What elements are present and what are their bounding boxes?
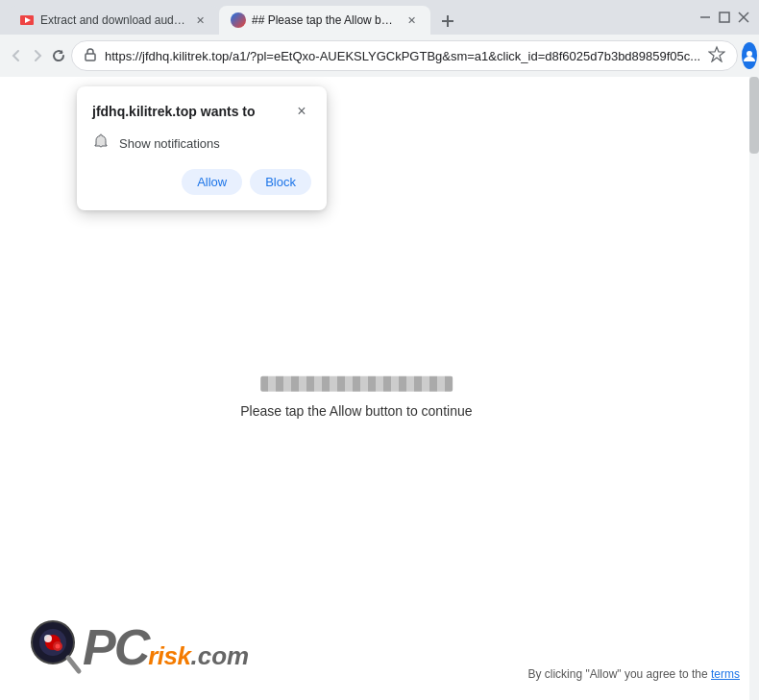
new-tab-button[interactable]: [434, 8, 461, 35]
popup-header: jfdhq.kilitrek.top wants to ×: [92, 102, 311, 121]
page-instruction: Please tap the Allow button to continue: [240, 402, 472, 418]
tab-2-title: ## Please tap the Allow button ...: [252, 13, 398, 27]
footer-terms: By clicking "Allow" you agree to the ter…: [527, 667, 740, 681]
popup-permission-row: Show notifications: [92, 133, 311, 154]
tab-1-close[interactable]: ✕: [192, 12, 208, 28]
progress-bar: [260, 375, 453, 391]
back-button[interactable]: [8, 42, 25, 69]
address-bar[interactable]: https://jfdhq.kilitrek.top/a1/?pl=eEtQxo…: [71, 40, 738, 71]
tab-1-favicon: [19, 12, 35, 28]
popup-permission-text: Show notifications: [119, 136, 220, 151]
lock-icon: [84, 48, 97, 64]
svg-point-19: [44, 635, 52, 642]
svg-marker-10: [709, 47, 724, 61]
browser-window: Extract and download audio an... ✕ ## Pl…: [0, 0, 759, 700]
tab-2-favicon: [231, 12, 246, 28]
footer-terms-text: By clicking "Allow" you agree to the: [527, 667, 707, 681]
forward-button[interactable]: [29, 42, 46, 69]
dot-com-text: .com: [191, 641, 250, 671]
page-content: jfdhq.kilitrek.top wants to × Show notif…: [0, 77, 759, 700]
page-center: Please tap the Allow button to continue: [240, 375, 472, 418]
scrollbar[interactable]: [749, 77, 759, 700]
popup-buttons: Allow Block: [92, 169, 311, 195]
risk-text: risk: [148, 641, 190, 671]
tab-bar: Extract and download audio an... ✕ ## Pl…: [8, 0, 686, 35]
pc-risk-logo-icon: [19, 614, 86, 681]
svg-line-18: [68, 658, 79, 671]
address-bar-row: https://jfdhq.kilitrek.top/a1/?pl=eEtQxo…: [0, 35, 759, 77]
close-button[interactable]: [736, 10, 751, 25]
tab-2[interactable]: ## Please tap the Allow button ... ✕: [219, 6, 430, 35]
block-button[interactable]: Block: [250, 169, 311, 195]
pc-logo-text: PC risk .com: [83, 622, 249, 672]
star-icon[interactable]: [708, 45, 725, 66]
popup-title: jfdhq.kilitrek.top wants to: [92, 104, 256, 119]
svg-point-21: [56, 644, 61, 649]
allow-button[interactable]: Allow: [182, 169, 242, 195]
pc-text: PC: [83, 622, 148, 672]
maximize-button[interactable]: [717, 10, 732, 25]
svg-point-11: [747, 51, 752, 57]
tab-1-title: Extract and download audio an...: [40, 13, 186, 27]
tab-2-close[interactable]: ✕: [404, 12, 419, 28]
scrollbar-thumb[interactable]: [749, 77, 759, 154]
svg-rect-5: [720, 12, 729, 22]
footer-terms-link[interactable]: terms: [711, 667, 740, 681]
bell-icon: [92, 133, 110, 154]
url-text: https://jfdhq.kilitrek.top/a1/?pl=eEtQxo…: [105, 49, 700, 63]
popup-close-button[interactable]: ×: [292, 102, 311, 121]
profile-icon[interactable]: [742, 42, 757, 69]
window-controls: [698, 10, 751, 25]
footer-logo: PC risk .com: [19, 614, 249, 681]
tab-1[interactable]: Extract and download audio an... ✕: [8, 6, 219, 35]
notification-popup: jfdhq.kilitrek.top wants to × Show notif…: [77, 86, 327, 210]
title-bar: Extract and download audio an... ✕ ## Pl…: [0, 0, 759, 35]
svg-rect-9: [86, 54, 95, 60]
refresh-button[interactable]: [50, 42, 67, 69]
minimize-button[interactable]: [698, 10, 713, 25]
